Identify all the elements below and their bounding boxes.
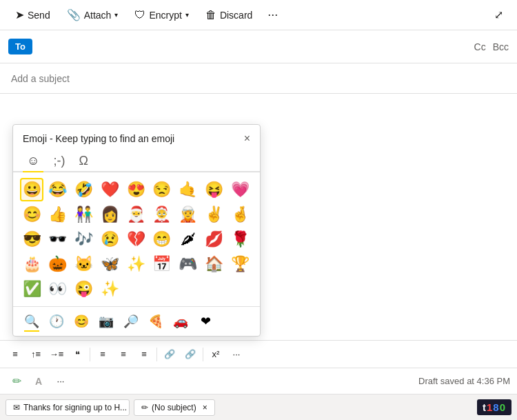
emoji-cell[interactable]: ✅	[20, 277, 43, 301]
emoji-cell[interactable]: 😂	[46, 178, 70, 201]
status-more-button[interactable]: ···	[51, 372, 70, 391]
emoji-cell[interactable]: 👩	[98, 203, 121, 226]
emoji-bottom-tab-food[interactable]: 🍕	[144, 310, 168, 333]
emoji-cell[interactable]: 🎅	[124, 203, 148, 226]
emoji-cell[interactable]: 😜	[72, 277, 96, 301]
emoji-cell[interactable]: 🌹	[228, 228, 252, 251]
emoji-cell[interactable]: 🎮	[176, 252, 200, 276]
emoji-cell[interactable]: 🤙	[176, 178, 200, 201]
emoji-bottom-tab-heart[interactable]: ❤	[194, 310, 217, 333]
more-options-button[interactable]: ···	[262, 3, 283, 26]
fmt-link-button[interactable]: 🔗	[160, 345, 179, 364]
emoji-cell[interactable]: 👍	[46, 203, 70, 226]
emoji-panel-title: Emoji - Keep typing to find an emoji	[23, 133, 174, 144]
taskbar-item-2-close[interactable]: ×	[203, 403, 207, 412]
emoji-cell[interactable]: 📅	[150, 252, 174, 276]
cc-bcc: Cc Bcc	[474, 41, 509, 52]
fmt-unlink-button[interactable]: 🔗	[181, 345, 200, 364]
pencil-button[interactable]: ✏	[7, 372, 26, 391]
subject-input[interactable]	[11, 73, 506, 84]
send-icon: ➤	[15, 8, 24, 21]
emoji-cell[interactable]: 🎃	[46, 252, 70, 276]
cc-link[interactable]: Cc	[474, 41, 486, 52]
emoji-cell[interactable]: 🎂	[20, 252, 43, 276]
emoji-tab-smiley[interactable]: ☺	[23, 151, 43, 171]
taskbar-item-1-icon: ✉	[13, 403, 20, 412]
emoji-cell[interactable]: ✌	[202, 203, 225, 226]
emoji-tab-omega[interactable]: Ω	[74, 151, 92, 171]
emoji-cell[interactable]: ❤️	[98, 178, 121, 201]
emoji-cell[interactable]: 🤶	[150, 203, 174, 226]
status-bar: ✏ A ··· Draft saved at 4:36 PM	[0, 368, 517, 394]
fmt-superscript-button[interactable]: x²	[206, 345, 225, 364]
emoji-cell[interactable]: 🤣	[72, 178, 96, 201]
fmt-outdent-button[interactable]: →≡	[47, 345, 66, 364]
fmt-align-right-button[interactable]: ≡	[134, 345, 154, 364]
taskbar-item-2[interactable]: ✏ (No subject) ×	[134, 399, 215, 416]
emoji-cell[interactable]: 🐱	[72, 252, 96, 276]
fmt-align-center-button[interactable]: ≡	[114, 345, 133, 364]
emoji-bottom-tab-transport[interactable]: 🚗	[169, 310, 192, 333]
emoji-tab-wink[interactable]: ;-)	[49, 151, 69, 171]
emoji-cell[interactable]: 🧝	[176, 203, 200, 226]
emoji-bottom-tab-smiley[interactable]: 😊	[70, 310, 93, 333]
fmt-divider-2	[156, 348, 157, 361]
emoji-cell[interactable]: 🕶️	[46, 228, 70, 251]
emoji-cell[interactable]: ✨	[98, 277, 121, 301]
send-button[interactable]: ➤ Send	[8, 4, 57, 26]
emoji-cell[interactable]: 🏠	[202, 252, 225, 276]
emoji-cell[interactable]: 🦋	[98, 252, 121, 276]
emoji-cell[interactable]: 😎	[20, 228, 43, 251]
encrypt-dropdown-icon: ▾	[185, 11, 189, 19]
taskbar-item-2-icon: ✏	[141, 403, 148, 412]
expand-button[interactable]: ⤢	[489, 4, 509, 26]
emoji-grid: 😀 😂 🤣 ❤️ 😍 😒 🤙 😝 💗 😊 👍 👫 👩 🎅 🤶 🧝 ✌ 🤞 😎 🕶…	[13, 172, 260, 306]
emoji-cell[interactable]: 😁	[150, 228, 174, 251]
emoji-cell[interactable]: 😒	[150, 178, 174, 201]
discard-button[interactable]: 🗑 Discard	[199, 5, 259, 26]
emoji-close-button[interactable]: ×	[244, 133, 250, 144]
fmt-divider-1	[90, 348, 90, 361]
emoji-panel: Emoji - Keep typing to find an emoji × ☺…	[12, 124, 261, 337]
emoji-cell[interactable]: 😊	[20, 203, 43, 226]
fmt-align-left-button[interactable]: ≡	[93, 345, 112, 364]
bcc-link[interactable]: Bcc	[493, 41, 509, 52]
emoji-cell[interactable]: 😍	[124, 178, 148, 201]
to-input[interactable]	[38, 41, 474, 52]
fmt-list-button[interactable]: ≡	[6, 345, 25, 364]
highlight-icon: A	[35, 376, 42, 387]
emoji-bottom-tab-recent[interactable]: 🕐	[45, 310, 68, 333]
to-row: To Cc Bcc	[0, 30, 517, 63]
taskbar-item-1[interactable]: ✉ Thanks for signing up to H...	[6, 399, 130, 416]
encrypt-button[interactable]: 🛡 Encrypt ▾	[128, 5, 195, 26]
fmt-indent-button[interactable]: ↑≡	[26, 345, 45, 364]
attach-button[interactable]: 📎 Attach ▾	[60, 4, 125, 26]
emoji-cell[interactable]: 😝	[202, 178, 225, 201]
emoji-cell[interactable]: 🤞	[228, 203, 252, 226]
highlight-button[interactable]: A	[29, 372, 48, 391]
emoji-bottom-tab-camera[interactable]: 📷	[94, 310, 118, 333]
emoji-cell[interactable]: 🌶	[176, 228, 200, 251]
encrypt-label: Encrypt	[149, 10, 181, 21]
toolbar-right: ⤢	[489, 4, 509, 26]
discard-icon: 🗑	[205, 9, 216, 21]
pencil-icon: ✏	[12, 374, 21, 388]
fmt-quote-button[interactable]: ❝	[68, 345, 87, 364]
emoji-cell[interactable]: ✨	[124, 252, 148, 276]
emoji-cell[interactable]: 😢	[98, 228, 121, 251]
emoji-cell[interactable]: 💔	[124, 228, 148, 251]
emoji-cell[interactable]: 😀	[20, 178, 43, 201]
emoji-cell[interactable]: 💋	[202, 228, 225, 251]
emoji-cell[interactable]: 👫	[72, 203, 96, 226]
draft-saved-status: Draft saved at 4:36 PM	[418, 376, 510, 386]
emoji-bottom-tab-search2[interactable]: 🔎	[119, 310, 143, 333]
emoji-cell[interactable]: 🎶	[72, 228, 96, 251]
emoji-bottom-tab-search[interactable]: 🔍	[20, 310, 43, 333]
fmt-more-button[interactable]: ···	[227, 345, 246, 364]
discard-label: Discard	[220, 10, 252, 21]
emoji-cell[interactable]: 👀	[46, 277, 70, 301]
emoji-cell[interactable]: 💗	[228, 178, 252, 201]
expand-icon: ⤢	[494, 9, 503, 21]
emoji-cell[interactable]: 🏆	[228, 252, 252, 276]
compose-window: ➤ Send 📎 Attach ▾ 🛡 Encrypt ▾ 🗑 Discard …	[0, 0, 517, 420]
